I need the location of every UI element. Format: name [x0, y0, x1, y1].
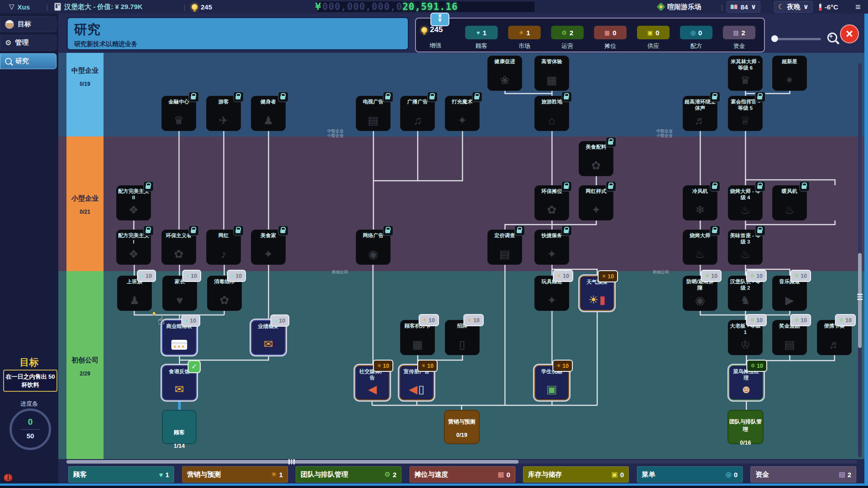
tech-node[interactable]: 食谱反馈✉✓: [162, 365, 197, 400]
node-title: 超新星: [774, 58, 805, 65]
tab-count: 1: [279, 471, 283, 479]
lock-icon: [143, 225, 154, 236]
tech-node[interactable]: 美食配料✿: [579, 141, 613, 176]
game-logo[interactable]: ▽ Xus: [9, 0, 30, 14]
bottom-tab-stall[interactable]: 摊位与速度▦0: [410, 466, 515, 483]
category-node[interactable]: 顾客1/14: [162, 410, 197, 444]
tech-node[interactable]: 配方完美主义 I❖: [116, 230, 151, 265]
menu-button[interactable]: ≡: [855, 0, 861, 14]
stat-label: 供应: [637, 42, 670, 50]
time-of-day-dropdown[interactable]: ☾ 夜晚 ∨: [774, 1, 813, 13]
tech-node[interactable]: 配方完美主义 II❖: [116, 185, 151, 221]
tech-node[interactable]: 社交媒体广告◀✳10: [355, 365, 390, 400]
tech-node[interactable]: 商业晴雨表★★★♥10: [162, 320, 197, 355]
tech-node[interactable]: 电视广告▤: [356, 96, 391, 131]
zoom-slider-track[interactable]: [771, 38, 821, 40]
tier-progress: 0/21: [66, 209, 104, 215]
sidebar-item-goals[interactable]: 目标: [0, 16, 57, 32]
close-button[interactable]: ×: [840, 24, 859, 43]
tech-node[interactable]: 宴会指挥官 - 等级 5♕: [728, 96, 763, 131]
node-glyph: ♟: [129, 295, 139, 306]
tier-progress: 2/29: [66, 371, 104, 377]
tech-node[interactable]: 便携节奏♬⚙10: [817, 320, 852, 355]
node-icon: ✴: [773, 75, 807, 86]
tech-node[interactable]: 美味首座 - 等级 3♨: [728, 230, 763, 265]
lock-icon: [710, 92, 720, 102]
tech-node[interactable]: 网络广告◉: [356, 230, 391, 265]
tech-node[interactable]: 玩具赠送✦✳10: [534, 276, 569, 311]
window-frame-shadow: [0, 486, 868, 488]
node-glyph: ❖: [128, 249, 138, 260]
tech-node[interactable]: 天气预报☀▮✳10: [580, 276, 614, 311]
node-icon: ◉: [356, 249, 390, 260]
tech-node[interactable]: 家长♥♥10: [162, 276, 197, 311]
tech-node[interactable]: 旅游胜地⌂: [534, 96, 569, 131]
tech-node[interactable]: 宣传册广告◀▯✳10: [399, 365, 434, 400]
tech-node[interactable]: 网红♪: [206, 230, 241, 265]
tech-node[interactable]: 环保摊位✿: [534, 185, 569, 221]
category-node[interactable]: 营销与预测0/19: [444, 410, 480, 444]
vertical-scrollbar-thumb[interactable]: [858, 253, 862, 348]
tech-node[interactable]: 防晒/避雨屏障◉⚙10: [683, 276, 717, 311]
tech-node[interactable]: 顾客积分卡▦✳10: [400, 320, 435, 355]
tech-node[interactable]: 奖金激励▤⚙10: [772, 320, 807, 355]
lock-icon: [710, 225, 720, 236]
bottom-tab-market[interactable]: 营销与预测✳1: [182, 466, 288, 483]
lock-icon: [383, 225, 393, 236]
business-summary[interactable]: 汉堡老大 - 价值: ¥ 29.79K: [54, 0, 142, 14]
node-glyph: ♬: [694, 115, 706, 126]
tech-node[interactable]: 健身者♟: [251, 96, 286, 131]
node-icon: ◉: [683, 295, 717, 306]
category-node[interactable]: 团队与排队管理0/16: [727, 410, 764, 444]
tech-node[interactable]: 业绩概要✉♥10: [251, 320, 286, 355]
tech-node[interactable]: 招牌▯✳10: [445, 320, 480, 355]
tech-node[interactable]: 广播广告♫: [400, 96, 435, 131]
node-icon: ♕: [728, 115, 762, 126]
tech-node[interactable]: 超高清环绕立体声♬: [683, 96, 717, 131]
sidebar-item-management[interactable]: ⚙ 管理: [0, 35, 57, 51]
bottom-tab-customers[interactable]: 顾客♥1: [68, 466, 174, 483]
tech-node[interactable]: 高管体验▦: [534, 56, 569, 91]
tech-node[interactable]: 学生优惠▣✳10: [534, 365, 569, 400]
zoom-slider-knob[interactable]: [771, 35, 778, 42]
customers-icon: ♥: [141, 273, 144, 279]
tech-node[interactable]: 米其林大师 - 等级 6♛: [728, 56, 763, 91]
tech-node[interactable]: 定价调查▤: [487, 230, 522, 265]
tech-node[interactable]: 美食家✦: [251, 230, 286, 265]
tech-node[interactable]: 烧烤大师 - 等级 4♨: [728, 185, 763, 221]
tech-node[interactable]: 消毒纸巾✿♥10: [207, 276, 242, 311]
tech-node[interactable]: 大老板 - 等级 1♔⚙10: [728, 320, 763, 355]
page-title: 研究: [74, 21, 401, 39]
tech-node[interactable]: 环保主义者✿: [161, 230, 196, 265]
bug-report-icon[interactable]: [4, 474, 13, 482]
tech-node[interactable]: 金融中心♛: [161, 96, 196, 131]
tech-node[interactable]: 烧烤大师♨: [683, 230, 717, 265]
tech-node[interactable]: 超新星✴: [772, 56, 807, 91]
tech-node[interactable]: 上班族♟♥10: [117, 276, 152, 311]
tech-node[interactable]: 快捷服务✦: [534, 230, 569, 265]
node-glyph: ▯: [459, 339, 466, 350]
game-screen: ▽ Xus | 汉堡老大 - 价值: ¥ 29.79K | 245 ¥000,0…: [0, 0, 868, 488]
bottom-tab-funds[interactable]: 资金▤2: [750, 466, 856, 483]
tech-node[interactable]: 菜鸟摊位经理☻⚙10: [729, 365, 764, 400]
collapse-button[interactable]: ∨∨: [430, 13, 449, 26]
bottom-tab-operations[interactable]: 团队与排队管理⚙2: [296, 466, 401, 483]
sidebar-item-research[interactable]: 研究: [0, 53, 57, 69]
tech-node[interactable]: 打光魔术✦: [445, 96, 480, 131]
tech-node[interactable]: 冷风机❄: [683, 185, 717, 221]
zoom-in-icon[interactable]: [827, 33, 837, 42]
tech-node[interactable]: 暖风机♨: [772, 185, 807, 221]
tech-node[interactable]: 汉堡队长 - 等级 2♞⚙10: [728, 276, 763, 311]
tech-node[interactable]: 音乐频道▶⚙10: [772, 276, 807, 311]
stall-icon: ▦: [604, 29, 610, 36]
cost-badge: ⚙10: [746, 314, 767, 326]
location-indicator[interactable]: 喧闹游乐场: [658, 0, 701, 14]
population-dropdown[interactable]: 84 ∨: [726, 1, 760, 13]
node-icon: ♞: [728, 295, 762, 306]
tech-node[interactable]: 健康促进❀: [487, 56, 522, 91]
bottom-tab-recipe[interactable]: 菜单◎0: [637, 466, 743, 483]
tech-node[interactable]: 网红样式✦: [579, 185, 613, 221]
node-icon: ◀: [356, 384, 389, 395]
bottom-tab-supply[interactable]: 库存与储存▣0: [523, 466, 629, 483]
tech-node[interactable]: 游客✈: [206, 96, 241, 131]
